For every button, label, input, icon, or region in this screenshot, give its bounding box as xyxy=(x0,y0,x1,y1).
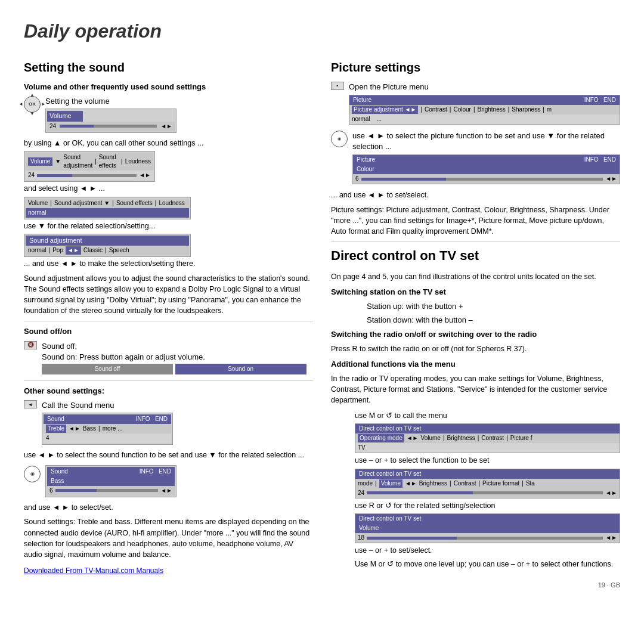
bass-item: Bass xyxy=(83,425,96,433)
picture-title: Picture xyxy=(353,96,371,104)
sound-menu-title: Sound xyxy=(47,415,64,423)
sound-adj2: Sound adjustment ▼ xyxy=(54,199,110,208)
arr-item: ◄► xyxy=(69,425,80,433)
divider3 xyxy=(331,242,620,242)
station-down-text: Station down: with the button – xyxy=(367,315,620,326)
dc-bright: Brightness xyxy=(447,434,475,442)
dc-title1: Direct control on TV set xyxy=(359,425,421,433)
dc-vol-sel: Volume xyxy=(379,479,402,488)
page-number: 19 · GB xyxy=(24,581,620,590)
picture-menu-row2: normal ... xyxy=(349,114,620,124)
dc-menu3-row2: 18 ◄► xyxy=(355,533,620,543)
sound-menu-box: Sound INFO END Treble ◄► Bass | more ...… xyxy=(42,413,173,445)
pic-menu2-header: Picture INFO END xyxy=(353,155,620,165)
sound-menu2-box: Sound INFO END Bass 6 ◄► xyxy=(45,465,177,497)
nav-icon3: ◉ xyxy=(331,131,348,147)
dc-menu1-row1: Operating mode ◄► Volume | Brightness | … xyxy=(355,434,620,443)
call-sound-content: Call the Sound menu Sound INFO END Trebl… xyxy=(42,400,313,447)
sound-off-text2: Sound on: Press button again or adjust v… xyxy=(42,352,313,363)
sel-fn-text: use – or + to select the function to be … xyxy=(355,456,620,466)
picture-menu-header: Picture INFO END xyxy=(349,95,620,105)
picture-menu-box: Picture INFO END Picture adjustment ◄► |… xyxy=(349,95,620,125)
direct-ctrl-instructions: use M or ↺ to call the menu Direct contr… xyxy=(355,411,620,569)
station-up-text: Station up: with the button + xyxy=(367,301,620,312)
loudness: Loudness xyxy=(125,157,151,166)
dc-arrow: ◄► xyxy=(407,434,419,442)
switching-radio-text: Press R to switch the radio on or off (n… xyxy=(331,343,620,354)
bass-sel: Bass xyxy=(47,476,175,486)
sound-offon-title: Sound off/on xyxy=(24,326,313,337)
info-end2: INFO END xyxy=(140,467,171,476)
colour-sel: Colour xyxy=(353,165,620,174)
switching-station-title: Switching station on the TV set xyxy=(331,287,620,298)
dc-vol-val3: 18 xyxy=(358,534,364,542)
sound-title2: Sound xyxy=(51,467,68,476)
dc-bright2: Brightness xyxy=(419,479,447,488)
sound-eff: Sound effects xyxy=(99,153,119,170)
volume-value: 24 xyxy=(49,122,56,131)
additional-fn-intro: In the radio or TV operating modes, you … xyxy=(331,373,620,405)
sound-menu2-row: ◉ Sound INFO END Bass 6 ◄► xyxy=(24,463,313,499)
divider2 xyxy=(24,380,313,381)
related-setting-text: use R or ↺ for the related setting/selec… xyxy=(355,501,620,512)
sound-offon-row: 🔇 Sound off; Sound on: Press button agai… xyxy=(24,341,313,376)
dc-sta: Sta xyxy=(526,479,535,488)
footer-link[interactable]: Downloaded From TV-Manual.com Manuals xyxy=(24,566,313,576)
arrow-sel: ◄► xyxy=(66,246,81,255)
dc-val-arrow: ◄► xyxy=(605,489,617,497)
set-select-text: ... and use ◄ ► to set/select. xyxy=(331,190,620,201)
dc-arr2: ◄► xyxy=(405,479,417,488)
colour-val: 6 xyxy=(355,175,359,183)
sound-offon-content: Sound off; Sound on: Press button again … xyxy=(42,341,313,376)
right-column: Picture settings ▪ Open the Picture menu… xyxy=(331,59,620,576)
dc-menu2-row2: 24 ◄► xyxy=(355,488,620,498)
setting-sound-title: Setting the sound xyxy=(24,59,313,76)
sound-on-bar: Sound on xyxy=(175,364,306,374)
volume-sound-menu: Volume ▼ Sound adjustment | Sound effect… xyxy=(24,151,155,182)
picture-info-end: INFO END xyxy=(584,96,616,104)
sound-menu2-header: Sound INFO END xyxy=(47,467,175,476)
op-mode-sel: Operating mode xyxy=(358,434,404,442)
m-item: m xyxy=(547,106,552,114)
open-picture-text: Open the Picture menu xyxy=(349,82,620,92)
dc-contrast2: Contrast xyxy=(454,479,476,488)
dc-mode: mode xyxy=(358,479,373,488)
pic-select-row: ◉ use ◄ ► to select the picture function… xyxy=(331,131,620,187)
dc-menu1-header: Direct control on TV set xyxy=(355,424,620,434)
dc-tv-val: TV xyxy=(355,443,620,453)
mute-icon: 🔇 xyxy=(24,341,37,349)
treble-sel: Treble xyxy=(46,425,66,433)
vol-label2: Volume xyxy=(28,199,48,208)
speech-item: Speech xyxy=(109,246,129,255)
volume-value2: 24 xyxy=(28,171,35,179)
pic-title2: Picture xyxy=(357,156,375,164)
pic-select-text: use ◄ ► to select the picture function t… xyxy=(352,131,620,152)
sound-select-text: use ◄ ► to select the sound function to … xyxy=(24,450,313,461)
picture-settings-title: Picture settings xyxy=(331,59,620,76)
volume-box1: Volume 24 ◄► xyxy=(45,109,177,132)
brightness-item: Brightness xyxy=(477,106,505,114)
call-menu-text: use M or ↺ to call the menu xyxy=(355,411,620,422)
normal-label: normal xyxy=(352,116,370,122)
bass-arrow: ◄► xyxy=(160,487,172,495)
ok-icon: OK ▲ ▼ ◄ ► xyxy=(24,96,41,113)
dc-vol-header: Volume xyxy=(355,524,620,533)
pic-info-end2: INFO END xyxy=(584,156,616,164)
normal-item: normal xyxy=(28,246,47,255)
open-picture-content: Open the Picture menu Picture INFO END P… xyxy=(349,82,620,127)
classic-item: Classic xyxy=(83,246,103,255)
sound-settings-para: Sound settings: Treble and bass. Differe… xyxy=(24,516,313,560)
step2-text: by using ▲ or OK, you can call other sou… xyxy=(24,138,313,149)
other-sound-title: Other sound settings: xyxy=(24,386,313,397)
dc-vol-val: 24 xyxy=(358,489,364,497)
picture-menu-row1: Picture adjustment ◄► | Contrast | Colou… xyxy=(349,105,620,114)
info-end: INFO END xyxy=(136,415,168,423)
mute-symbol: 🔇 xyxy=(27,341,34,349)
treble-value: 4 xyxy=(44,434,171,443)
dc-menu3-header: Direct control on TV set xyxy=(355,514,620,524)
sound-eff2: Sound effects xyxy=(116,199,153,208)
nav-icon2: ◉ xyxy=(24,466,41,482)
normal-sel: normal xyxy=(26,208,189,218)
additional-fn-title: Additional functions via the menu xyxy=(331,359,620,370)
pic-adj-sel: Picture adjustment ◄► xyxy=(352,106,418,114)
